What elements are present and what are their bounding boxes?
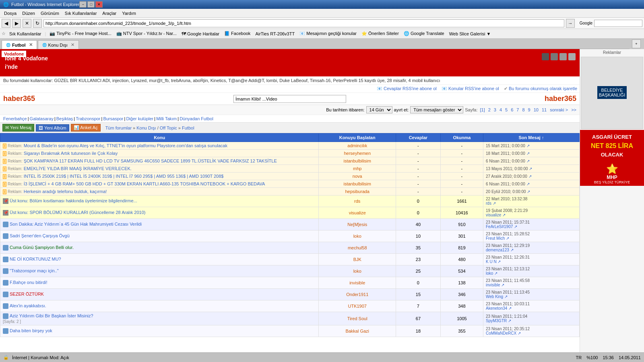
last-post-user-link[interactable]: rds [486,201,491,206]
topic-title-link[interactable]: SEZER ÖZTÜRK [10,292,44,296]
author-link[interactable]: invisible [349,280,365,285]
author-link[interactable]: Bakkal Gazi [345,329,369,333]
last-post-user-link[interactable]: FeArLeS#1907 [486,224,513,229]
last-post-user-link[interactable]: demenza123 [486,248,509,252]
message-filter-select[interactable]: Tüm mesajları göster [410,106,463,113]
author-link[interactable]: loko [353,269,361,274]
topic-title-link[interactable]: Aziz Yıldırım Gibi Bir Başkan İster Misi… [10,313,93,318]
nav-fenerbahce[interactable]: Fenerbahçe [3,116,27,121]
topic-title-link[interactable]: Sadri Şener'den Çarşıya Övgü [10,233,70,238]
breadcrumb-futbol[interactable]: Futbol [182,125,194,130]
topic-title-link[interactable]: Sigarayı Bırakmak Artık tutuneson ile Ço… [24,151,118,156]
tab-new-button[interactable]: + [632,39,641,48]
menu-gorunum[interactable]: Görünüm [38,10,62,16]
fav-mesaj[interactable]: 📧 Mesajımın geçtiği konular [298,31,358,36]
topic-title-link[interactable]: NE Oİ KORKTUNUZ MU? [10,257,61,261]
page-link-last[interactable]: >> [571,107,576,112]
topic-title-link[interactable]: F.Bahçe onu bitirdi! [10,280,47,285]
last-post-user-link[interactable]: Akeneton34 [486,306,507,311]
page-link-9[interactable]: 9 [528,107,530,112]
menu-dosya[interactable]: Dosya [2,10,19,16]
page-link-11[interactable]: 11 [542,107,547,112]
author-link[interactable]: mechul58 [348,245,367,250]
fav-translate[interactable]: 🌐 Google Translate [402,31,446,36]
slogan-input[interactable] [233,95,346,103]
ad-top[interactable]: BELEDİYEBAŞKANLIĞI [581,57,643,129]
ad-mhp-bottom[interactable]: ⭐ MHP BEŞ YİLDİZ TÜRKİYE [580,162,644,186]
yeni-album-button[interactable]: 🖼 Yeni Albüm [36,124,69,132]
minimize-button[interactable]: − [79,1,87,8]
author-link[interactable]: Ne[M]esis [347,222,367,227]
page-link-7[interactable]: 7 [516,107,519,112]
topic-title-link[interactable]: Üst konu: Bölüm kısıtlaması hakkında üye… [10,198,137,203]
nav-trabzonspor[interactable]: Trabzonspor [76,116,100,121]
topic-title-link[interactable]: Alex'in ayakkabısı. [10,303,46,308]
author-link[interactable]: loko [353,234,361,239]
fav-onerilen[interactable]: ⭐ Önerilen Siteler [360,31,400,36]
last-post-user-link[interactable]: invisible [486,283,500,287]
author-link[interactable]: UTK1907 [348,304,366,309]
topic-title-link[interactable]: "Trabzonspor maçı için.." [10,268,59,273]
google-search-input[interactable] [594,20,642,27]
nav-milli[interactable]: Milli Takım [156,116,177,121]
tab-futbol[interactable]: 🌐 Futbol ✕ [2,40,37,49]
page-link-8[interactable]: 8 [522,107,524,112]
topic-title-link[interactable]: INTEL İ5 2500K 219$ | INTEL İ5 2400K 319… [24,174,224,179]
last-post-user-link[interactable]: loko [486,271,493,276]
menu-duzen[interactable]: Düzen [20,10,37,16]
breadcrumb-tum-forumlar[interactable]: Tüm forumlar [105,125,132,130]
maximize-button[interactable]: □ [87,1,95,8]
anket-button[interactable]: 📊 Anket Aç [71,124,101,132]
author-link[interactable]: hepsiburada [345,189,369,194]
ad-asgari-ucret[interactable]: ASGARİ ÜCRET NET 825 LİRA OLACAK [580,130,644,162]
nav-besiktas[interactable]: Beşiktaş [56,116,73,121]
forward-button[interactable]: ▶ [12,19,21,28]
back-button[interactable]: ◀ [2,19,10,28]
date-filter-select[interactable]: 14 Gün 1 Gün 7 Gün 30 Gün [366,106,392,113]
go-button[interactable]: → [566,19,575,28]
author-link[interactable]: BJK [353,257,361,262]
author-link[interactable]: istanbulbilisim [343,181,371,186]
nav-bursaspor[interactable]: Bursaspor [103,116,123,121]
tab-konu-disi[interactable]: 🌐 Konu Dışı ✕ [38,40,79,49]
topic-title-link[interactable]: Daha biten birşey yok [10,328,52,333]
page-link-6[interactable]: 6 [511,107,513,112]
rss-cevaplar-link[interactable]: Cevaplar RSS'ine abone ol [384,86,437,91]
author-link[interactable]: herseyhemen [344,151,371,156]
menu-araclar[interactable]: Araçlar [100,10,119,16]
page-link-3[interactable]: 3 [494,107,496,112]
page-link-4[interactable]: 4 [500,107,502,112]
breadcrumb-off-topic[interactable]: Off Topic [160,125,177,130]
author-link[interactable]: Onder1911 [346,292,368,297]
address-input[interactable] [43,19,564,27]
author-link[interactable]: visualize [349,210,366,215]
menu-sikkullanilan[interactable]: Sık Kullanılanlar [62,10,99,16]
last-post-user-link[interactable]: CoMMaNDeRCX [486,331,516,335]
topic-title-link[interactable]: ŞOK KAMPANYA 117 EKRAN FULL HD LCD TV SA… [24,158,277,163]
last-post-user-link[interactable]: SpyM3GTR [486,319,507,323]
topic-title-link[interactable]: Cuma Günü Şampiyon Belli olur. [10,245,74,250]
author-link[interactable]: mhp [353,166,361,171]
refresh-button[interactable]: ↻ [33,19,42,28]
last-post-user-link[interactable]: Web King [486,294,503,299]
nav-galatasaray[interactable]: Galatasaray [30,116,54,121]
nav-diger[interactable]: Diğer kulüpler [126,116,153,121]
page-link-5[interactable]: 5 [505,107,508,112]
stop-button[interactable]: ✕ [23,19,31,28]
last-post-user-link[interactable]: Freut Mich [486,236,505,241]
yeni-mesaj-button[interactable]: ✉ Yeni Mesaj [2,124,34,132]
author-link[interactable]: admincilık [347,143,367,148]
fav-airties[interactable]: AirTies RT-206v3TT [254,31,296,36]
mark-read-link[interactable]: Bu forumu okunmuş olarak işaretle [509,86,577,91]
topic-title-link[interactable]: Mount & Blade'in son oyunu Ateş ve Kılıç… [24,143,227,148]
author-link[interactable]: istanbulbilisim [343,158,371,163]
rss-konular-link[interactable]: Konular RSS'ine abone ol [448,86,499,91]
last-post-user-link[interactable]: K U N [486,259,497,264]
close-button[interactable]: ✕ [95,1,103,8]
fav-ntv[interactable]: 📺 NTV Spor - Yıldız.tv - Nar... [115,31,178,36]
page-link-1[interactable]: [1] [480,107,485,112]
menu-yardim[interactable]: Yardım [120,10,138,16]
author-link[interactable]: Tired Soul [347,316,367,321]
page-link-2[interactable]: 2 [488,107,491,112]
tab-futbol-close[interactable]: ✕ [29,42,33,47]
